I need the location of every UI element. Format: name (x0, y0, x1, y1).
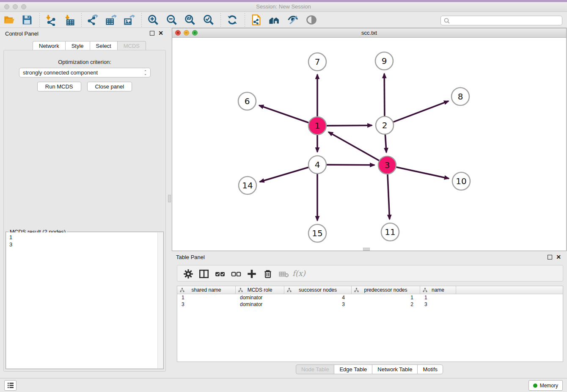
gear-icon[interactable] (183, 268, 194, 279)
tab-network[interactable]: Network (33, 41, 65, 50)
column-header-predecessor-nodes[interactable]: predecessor nodes (352, 286, 420, 294)
network-window-title: scc.txt (172, 30, 566, 36)
edge-3-11[interactable] (388, 174, 390, 219)
memory-button[interactable]: Memory (528, 380, 563, 391)
mcds-result-box: MCDS result (2 nodes) 13 (6, 232, 164, 369)
function-icon[interactable]: f(x) (292, 269, 303, 280)
node-label-11: 11 (385, 227, 395, 237)
table-row[interactable]: 3dominator323 (177, 301, 563, 308)
network-overview-icon[interactable] (268, 14, 280, 26)
node-label-7: 7 (315, 57, 320, 67)
mcds-tab-content: Optimization criterion: strongly connect… (3, 50, 166, 372)
copy-network-icon[interactable] (250, 14, 262, 26)
edge-1-2[interactable] (327, 125, 372, 126)
export-image-icon[interactable] (123, 14, 135, 26)
edge-4-14[interactable] (260, 167, 308, 182)
zoom-fit-icon[interactable] (184, 14, 196, 26)
edge-3-10[interactable] (396, 167, 449, 179)
table-float-panel-icon[interactable] (548, 255, 552, 259)
add-icon[interactable] (246, 268, 257, 279)
panel-splitter-handle[interactable] (168, 195, 171, 202)
table-header-row: shared nameMCDS rolesuccessor nodesprede… (177, 286, 563, 294)
toolbar-separator (39, 13, 40, 27)
float-panel-icon[interactable] (150, 31, 154, 36)
column-header-successor-nodes[interactable]: successor nodes (284, 286, 352, 294)
network-graph[interactable]: 7968124314101511 (172, 38, 566, 251)
criterion-value: strongly connected component (23, 69, 98, 76)
zoom-in-icon[interactable] (147, 14, 159, 26)
tab-edge-table[interactable]: Edge Table (334, 364, 372, 374)
close-panel-button[interactable]: Close panel (87, 82, 132, 91)
result-line: 3 (9, 241, 163, 248)
node-table[interactable]: shared nameMCDS rolesuccessor nodesprede… (177, 286, 563, 362)
column-header-shared-name[interactable]: shared name (177, 286, 236, 294)
table-panel-title: Table Panel (176, 254, 205, 260)
mcds-result-list[interactable]: 13 (6, 232, 163, 368)
columns-icon[interactable] (198, 268, 209, 279)
toolbar-separator (245, 13, 245, 27)
search-input[interactable] (440, 16, 562, 25)
tab-style[interactable]: Style (65, 41, 90, 50)
tab-motifs[interactable]: Motifs (417, 364, 443, 374)
run-mcds-button[interactable]: Run MCDS (37, 82, 81, 91)
table-close-panel-icon[interactable]: ✕ (556, 255, 561, 259)
memory-status-icon (533, 384, 537, 388)
zoom-selected-icon[interactable] (203, 14, 215, 26)
edge-2-9[interactable] (384, 74, 385, 116)
cell-MCDS-role: dominator (236, 301, 284, 308)
network-splitter-handle[interactable] (363, 248, 370, 251)
edge-1-6[interactable] (259, 105, 308, 123)
tab-mcds[interactable]: MCDS (117, 41, 146, 50)
export-table-icon[interactable] (105, 14, 117, 26)
task-history-button[interactable] (4, 380, 17, 391)
result-scrollbar[interactable] (157, 232, 163, 368)
node-label-6: 6 (245, 96, 250, 106)
edge-3-1[interactable] (328, 132, 379, 160)
table-toolbar: f(x) (177, 265, 563, 282)
table-tabs: Node TableEdge TableNetwork TableMotifs (172, 364, 567, 374)
delete-table-icon[interactable] (278, 268, 289, 279)
edge-2-8[interactable] (394, 101, 449, 122)
node-label-9: 9 (382, 56, 387, 66)
toolbar-separator (81, 13, 82, 27)
memory-label: Memory (540, 383, 558, 389)
edge-4-3[interactable] (327, 165, 374, 165)
table-row[interactable]: 1dominator411 (177, 294, 563, 301)
search-icon (443, 17, 450, 24)
zoom-out-icon[interactable] (166, 14, 178, 26)
apply-layout-icon[interactable] (226, 14, 238, 26)
control-panel: Control Panel ✕ NetworkStyleSelectMCDS O… (0, 28, 169, 373)
open-session-icon[interactable] (3, 14, 15, 26)
hide-details-icon[interactable] (287, 14, 299, 26)
save-session-icon[interactable] (21, 14, 33, 26)
criterion-select[interactable]: strongly connected component ⌃⌄ (19, 68, 151, 77)
deselect-all-icon[interactable] (231, 268, 242, 279)
edge-2-3[interactable] (385, 135, 386, 152)
import-table-icon[interactable] (64, 14, 76, 26)
list-icon (7, 382, 14, 389)
show-details-icon[interactable] (306, 14, 317, 26)
node-label-15: 15 (312, 228, 322, 238)
tab-network-table[interactable]: Network Table (372, 364, 417, 374)
select-all-icon[interactable] (215, 268, 226, 279)
control-panel-header: Control Panel ✕ (0, 28, 169, 40)
node-label-1: 1 (315, 121, 320, 131)
table-body: 1dominator4113dominator323 (177, 294, 563, 308)
control-panel-title: Control Panel (5, 30, 39, 37)
tab-node-table[interactable]: Node Table (296, 364, 334, 374)
network-view-window: × − + scc.txt 7968124314101511 (172, 28, 567, 251)
cell-successor-nodes: 3 (284, 301, 352, 308)
optimization-criterion-label: Optimization criterion: (4, 59, 165, 65)
tab-select[interactable]: Select (90, 41, 117, 50)
column-header-MCDS-role[interactable]: MCDS role (236, 286, 284, 294)
network-window-titlebar[interactable]: × − + scc.txt (172, 28, 566, 38)
column-header-name[interactable]: name (420, 286, 456, 294)
import-network-icon[interactable] (45, 14, 57, 26)
close-panel-icon[interactable]: ✕ (158, 31, 163, 36)
network-canvas[interactable]: 7968124314101511 (172, 38, 566, 251)
trash-icon[interactable] (262, 268, 273, 279)
titlebar: Session: New Session (0, 2, 567, 12)
export-network-icon[interactable] (86, 14, 98, 26)
node-label-2: 2 (382, 120, 388, 130)
table-panel: Table Panel ✕ f(x) shared nameMCDS ro (172, 252, 567, 378)
